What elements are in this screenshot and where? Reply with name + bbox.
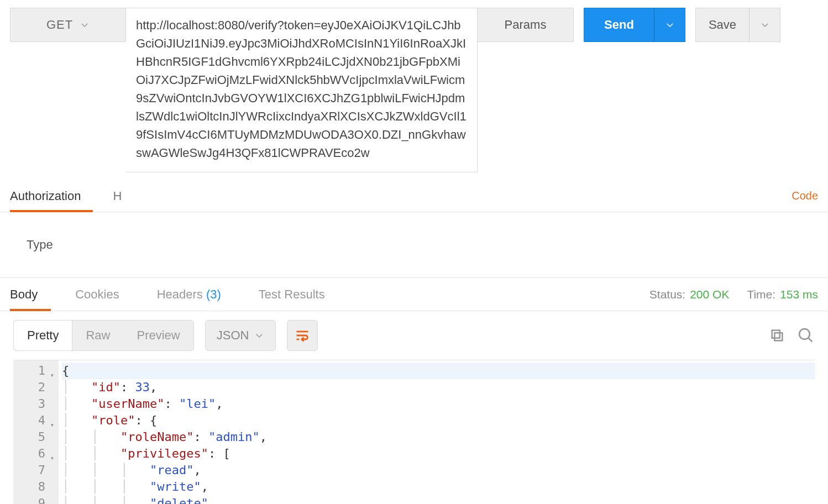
chevron-down-icon <box>760 20 770 30</box>
params-button-label: Params <box>505 18 547 32</box>
code-line: │ │ │ "read", <box>62 462 815 479</box>
auth-type-label: Type <box>27 238 53 251</box>
http-method-select[interactable]: GET <box>10 8 126 42</box>
svg-point-2 <box>799 329 810 339</box>
viewer-bar: Pretty Raw Preview JSON <box>0 311 828 360</box>
code-link[interactable]: Code <box>792 190 818 202</box>
auth-type-row: Type <box>0 212 828 278</box>
tab-body[interactable]: Body <box>10 278 56 311</box>
wrap-lines-button[interactable] <box>287 320 318 351</box>
wrap-icon <box>295 328 310 343</box>
line-number[interactable]: 1 <box>19 363 55 379</box>
view-mode-group: Pretty Raw Preview <box>13 320 194 351</box>
save-dropdown[interactable] <box>750 8 780 42</box>
view-raw[interactable]: Raw <box>72 321 123 350</box>
search-icon <box>798 327 814 344</box>
language-label: JSON <box>217 328 249 343</box>
view-pretty[interactable]: Pretty <box>14 321 72 350</box>
request-tabs: Authorization H Code <box>0 180 828 212</box>
status-label: Status: <box>649 288 685 301</box>
view-label: Raw <box>86 328 110 343</box>
code-line: │ │ │ "delete" <box>62 495 815 504</box>
response-bar: Body Cookies Headers (3) Test Results St… <box>0 278 828 311</box>
line-number: 9 <box>19 495 55 504</box>
headers-count: (3) <box>206 287 221 302</box>
time-label: Time: <box>747 288 775 301</box>
code-line: │ │ "roleName": "admin", <box>62 429 815 445</box>
svg-rect-1 <box>772 330 780 338</box>
request-bar: GET http://localhost:8080/verify?token=e… <box>0 0 828 180</box>
svg-rect-0 <box>774 333 782 340</box>
url-input[interactable]: http://localhost:8080/verify?token=eyJ0e… <box>126 8 478 172</box>
line-number[interactable]: 4 <box>19 412 55 429</box>
view-label: Pretty <box>27 328 59 343</box>
code-body[interactable]: { │ "id": 33, │ "userName": "lei", │ "ro… <box>59 360 815 504</box>
http-method-label: GET <box>46 18 73 32</box>
line-number[interactable]: 6 <box>19 445 55 462</box>
send-button-label: Send <box>604 18 634 32</box>
search-button[interactable] <box>797 327 815 344</box>
tab-authorization[interactable]: Authorization <box>10 180 93 212</box>
send-button[interactable]: Send <box>584 8 654 42</box>
send-dropdown[interactable] <box>654 8 685 42</box>
url-text: http://localhost:8080/verify?token=eyJ0e… <box>136 16 467 162</box>
line-number: 3 <box>19 396 55 412</box>
view-label: Preview <box>137 328 180 343</box>
chevron-down-icon <box>80 20 90 30</box>
tab-headers[interactable]: Headers (3) <box>138 278 240 311</box>
tab-test-results[interactable]: Test Results <box>240 278 344 311</box>
tab-label: H <box>113 189 122 203</box>
line-number: 5 <box>19 429 55 445</box>
code-line: │ "id": 33, <box>62 379 815 396</box>
tab-label: Body <box>10 287 38 302</box>
tab-label: Headers <box>157 287 203 302</box>
tab-label: Authorization <box>10 189 81 203</box>
language-select[interactable]: JSON <box>205 320 276 351</box>
view-preview[interactable]: Preview <box>123 321 193 350</box>
code-line: │ "role": { <box>62 412 815 429</box>
tab-headers-partial[interactable]: H <box>93 180 134 212</box>
time-value: 153 ms <box>780 288 818 301</box>
save-button-label: Save <box>709 18 736 32</box>
line-number: 2 <box>19 379 55 396</box>
code-line: │ "userName": "lei", <box>62 396 815 412</box>
save-button[interactable]: Save <box>695 8 750 42</box>
status-value: 200 OK <box>690 288 729 301</box>
send-button-group: Send <box>584 8 685 42</box>
code-line: { <box>62 363 815 379</box>
params-button[interactable]: Params <box>478 8 574 42</box>
copy-icon <box>769 328 785 343</box>
copy-button[interactable] <box>768 327 786 344</box>
code-link-label: Code <box>792 190 818 202</box>
response-editor: 1 2 3 4 5 6 7 8 9 10 11 12 { │ "id": 33,… <box>13 360 815 504</box>
tab-label: Test Results <box>259 287 325 302</box>
save-button-group: Save <box>695 8 780 42</box>
code-line: │ │ "privileges": [ <box>62 445 815 462</box>
tab-cookies[interactable]: Cookies <box>56 278 138 311</box>
line-gutter: 1 2 3 4 5 6 7 8 9 10 11 12 <box>13 360 59 504</box>
code-line: │ │ │ "write", <box>62 479 815 495</box>
line-number: 7 <box>19 462 55 479</box>
chevron-down-icon <box>254 330 264 340</box>
line-number: 8 <box>19 479 55 495</box>
tab-label: Cookies <box>75 287 119 302</box>
chevron-down-icon <box>665 20 675 30</box>
